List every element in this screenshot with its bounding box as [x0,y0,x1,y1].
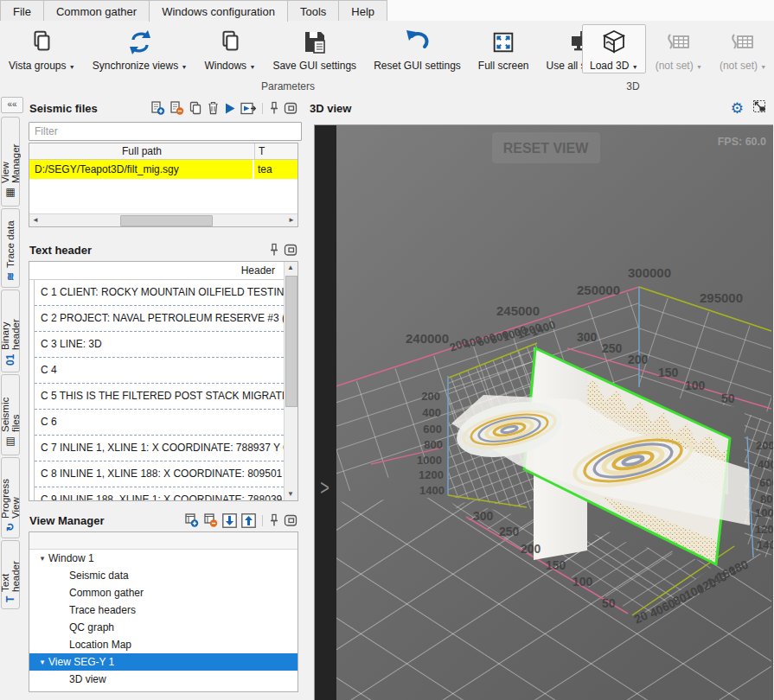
move-up-icon[interactable] [241,513,256,528]
gear-icon[interactable]: ⚙ [731,99,744,118]
tab-common-gather[interactable]: Common gather [43,0,150,21]
expander-icon[interactable]: ▾ [36,658,48,666]
expander-icon[interactable]: ▾ [36,554,48,563]
pin-icon[interactable] [269,513,279,527]
not-set-label-1: (not set) ▼ [656,57,702,72]
not-set-button-1[interactable]: (not set) ▼ [648,24,710,73]
axis-label: 100 [573,575,593,589]
axis-label: 300 [577,330,598,344]
tab-windows-configuration[interactable]: Windows configuration [149,0,288,22]
text-header-row[interactable]: C 8 INLINE 1, XLINE 188: X COORDINATE: 8… [35,461,284,487]
pin-icon[interactable] [269,101,279,115]
tree-item-location-map[interactable]: ▾Location Map [29,636,297,653]
float-icon[interactable] [284,101,297,115]
text-header-row[interactable]: C 9 INLINE 188, XLINE 1: X COORDINATE: 7… [35,487,284,500]
run-icon[interactable] [224,102,236,115]
axis-label: 100 [685,379,706,392]
horizontal-scrollbar[interactable]: ◄ ► [29,213,297,226]
file-path-cell[interactable]: D:/SEGY/Teapot3D/filt_mig.sgy [29,160,254,179]
delete-icon[interactable] [207,101,220,115]
run-in-window-icon[interactable] [240,102,256,115]
tree-item-window-1[interactable]: ▾Window 1 [29,550,297,567]
text-header-row[interactable]: C 6 [35,410,284,436]
scroll-right-arrow[interactable]: ► [285,214,297,226]
column-header[interactable]: Header [29,262,284,280]
scroll-up-arrow[interactable]: ▲ [285,262,297,274]
scroll-down-arrow[interactable]: ▼ [285,488,297,500]
tab-file[interactable]: File [0,0,44,21]
scroll-left-arrow[interactable]: ◄ [29,214,42,226]
text-header-row[interactable]: C 3 LINE: 3D [35,332,284,358]
load-3d-button[interactable]: Load 3D ▼ [582,24,646,73]
text-header-row[interactable]: C 4 [35,358,284,384]
seismic-files-title: Seismic files [29,102,150,115]
pin-icon[interactable] [269,243,279,257]
trace-data-icon: ≋ [4,272,16,281]
axis-label: 300000 [628,265,671,280]
sidetab-trace-data[interactable]: ≋Trace data [1,208,20,288]
text-header-row[interactable]: C 1 CLIENT: ROCKY MOUNTAIN OILFIELD TEST… [35,280,284,306]
add-file-icon[interactable] [150,101,165,115]
synchronize-views-icon [125,28,155,57]
add-view-icon[interactable] [184,513,199,527]
main-area: «« ▦View Manager ≋Trace data 01Binary he… [0,95,774,700]
scrollbar-thumb[interactable] [120,215,213,226]
duplicate-icon[interactable] [189,101,202,115]
axis-label: 200 [521,542,541,556]
text-header-row[interactable]: C 2 PROJECT: NAVAL PETROLEUM RESERVE #3 … [35,306,284,332]
menu-tab-bar: File Common gather Windows configuration… [0,0,774,22]
remove-file-icon[interactable] [170,101,184,115]
text-header-row[interactable]: C 7 INLINE 1, XLINE 1: X COORDINATE: 788… [35,436,284,461]
float-icon[interactable] [284,243,297,257]
collapse-sidebar-button[interactable]: «« [1,97,23,113]
column-full-path[interactable]: Full path [29,143,255,159]
seismic-file-row[interactable]: D:/SEGY/Teapot3D/filt_mig.sgy tea [29,160,297,179]
axis-label: 600 [759,476,773,489]
expand-panel-chevron-icon[interactable]: > [320,474,329,500]
collapsed-panel-strip[interactable] [315,125,336,700]
tree-item-view-segy-1[interactable]: ▾View SEG-Y 1 [29,653,297,671]
full-screen-button[interactable]: Full screen [470,24,537,73]
axis-label: 600 [423,423,442,436]
fps-counter: FPS: 60.0 [718,136,766,148]
column-2[interactable]: T [255,143,297,159]
file-col2-cell[interactable]: tea [254,160,297,179]
float-icon[interactable] [284,513,297,527]
seismic-files-table-header[interactable]: Full path T [29,143,297,160]
grid-wave-icon [664,28,694,57]
vista-groups-button[interactable]: Vista groups ▼ [1,24,83,73]
tree-item-3d-view[interactable]: ▾3D view [29,671,297,688]
remove-view-icon[interactable] [203,513,218,527]
scene-3d[interactable]: 240000 245000 250000 300000 295000 200 4… [315,125,773,700]
viewport-3d[interactable]: 240000 245000 250000 300000 295000 200 4… [314,124,773,700]
tree-item-qc-graph[interactable]: ▾QC graph [29,619,297,636]
reset-view-label[interactable]: RESET VIEW [503,141,590,156]
tab-help[interactable]: Help [338,0,387,21]
tree-item-trace-headers[interactable]: ▾Trace headers [29,601,297,619]
tree-item-common-gather[interactable]: ▾Common gather [29,584,297,601]
tree-item-seismic-data[interactable]: ▾Seismic data [29,567,297,584]
sidetab-view-manager[interactable]: ▦View Manager [1,117,20,207]
axis-label: 295000 [700,290,743,305]
tree-label: 3D view [69,673,106,685]
sidetab-text-header[interactable]: TText header [1,540,20,609]
tab-tools[interactable]: Tools [287,0,339,21]
synchronize-views-button[interactable]: Synchronize views ▼ [85,24,195,73]
sidetab-binary-header[interactable]: 01Binary header [1,290,20,372]
save-gui-settings-button[interactable]: Save GUI settings [265,24,364,73]
seismic-files-filter-input[interactable] [29,122,302,141]
vertical-scrollbar[interactable]: ▲ ▼ [284,262,297,500]
move-down-icon[interactable] [222,513,237,528]
sidetab-seismic-files[interactable]: ▤Seismic files [1,374,20,455]
axis-label: 400 [422,406,441,419]
scrollbar-thumb[interactable] [285,276,297,407]
undock-icon[interactable] [752,99,767,117]
text-header-row[interactable]: C 5 THIS IS THE FILTERED POST STACK MIGR… [35,384,284,410]
sidetab-progress-view[interactable]: ↻Progress View [1,457,20,538]
axis-label: 300 [473,509,494,523]
windows-button[interactable]: Windows ▼ [196,24,263,73]
not-set-button-2[interactable]: (not set) ▼ [712,24,774,73]
axis-label: 400 [758,458,773,471]
ribbon-group-label-3d: 3D [581,80,685,95]
reset-gui-settings-button[interactable]: Reset GUI settings [366,24,469,73]
